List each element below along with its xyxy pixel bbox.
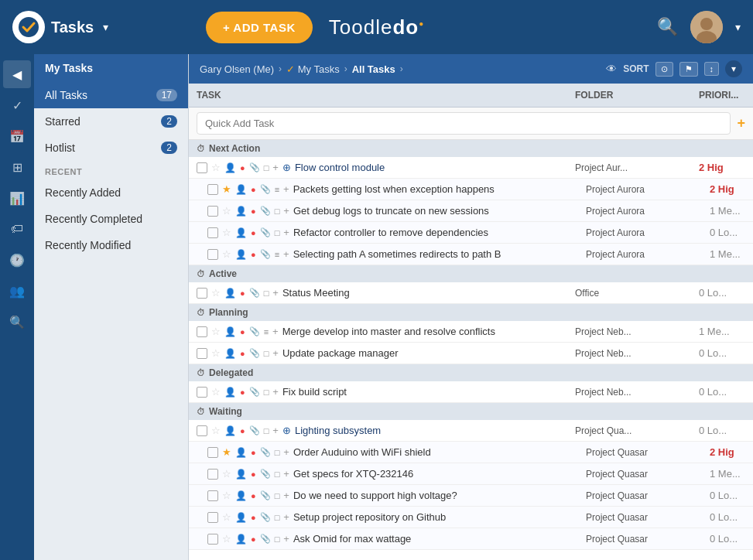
task-name[interactable]: Packets getting lost when exception happ… <box>293 183 495 195</box>
plus-expand-icon[interactable]: + <box>283 205 289 217</box>
task-name[interactable]: Setup project repository on Github <box>293 511 446 523</box>
avatar[interactable] <box>690 11 723 43</box>
plus-expand-icon[interactable]: + <box>272 162 279 173</box>
plus-expand-icon[interactable]: + <box>272 326 279 337</box>
breadcrumb-user[interactable]: Gary Olsen (Me) <box>200 63 274 75</box>
sidebar-icon-tag[interactable]: 🏷 <box>3 215 31 243</box>
sidebar-icon-clock[interactable]: 🕐 <box>3 246 31 274</box>
task-checkbox[interactable] <box>197 387 207 398</box>
add-task-button[interactable]: + ADD TASK <box>206 12 313 43</box>
nav-item-hotlist[interactable]: Hotlist 2 <box>34 135 188 161</box>
task-name[interactable]: Flow control module <box>295 162 385 173</box>
breadcrumb-my-tasks[interactable]: ✓ My Tasks <box>286 63 340 75</box>
star-icon[interactable]: ☆ <box>211 287 221 299</box>
task-checkbox[interactable] <box>207 447 218 458</box>
task-name[interactable]: Fix build script <box>282 386 347 398</box>
task-name[interactable]: Do we need to support high voltage? <box>293 490 457 501</box>
nav-item-recently-modified[interactable]: Recently Modified <box>34 232 188 258</box>
plus-expand-icon[interactable]: + <box>272 287 279 299</box>
plus-expand-icon[interactable]: + <box>283 183 289 195</box>
task-checkbox[interactable] <box>207 206 218 217</box>
sort-btn-2[interactable]: ⚑ <box>679 62 698 77</box>
star-icon[interactable]: ☆ <box>222 205 231 217</box>
sidebar-icon-collapse[interactable]: ◀ <box>3 60 31 88</box>
task-checkbox[interactable] <box>207 227 218 238</box>
table-row: ☆ 👤 ● 📎 □ + ⊕ Lighting subsystem Project… <box>189 420 753 442</box>
nav-item-recently-added[interactable]: Recently Added <box>34 179 188 206</box>
task-name[interactable]: Lighting subsystem <box>295 425 381 436</box>
paperclip-icon: 📎 <box>249 162 260 172</box>
sidebar-icon-search[interactable]: 🔍 <box>3 308 31 336</box>
quick-add-input[interactable] <box>197 112 731 135</box>
plus-expand-icon[interactable]: + <box>283 490 289 501</box>
sidebar-icon-chart[interactable]: 📊 <box>3 184 31 212</box>
star-icon[interactable]: ☆ <box>222 248 231 260</box>
task-cell-name: ☆ 👤 ● 📎 ≡ + Selecting path A sometimes r… <box>189 244 567 265</box>
task-checkbox[interactable] <box>197 326 207 337</box>
task-checkbox[interactable] <box>207 490 218 501</box>
star-icon[interactable]: ☆ <box>211 347 221 359</box>
star-icon[interactable]: ☆ <box>222 227 231 238</box>
breadcrumb-all-tasks[interactable]: All Tasks <box>352 63 395 75</box>
star-icon[interactable]: ★ <box>222 183 231 195</box>
star-icon[interactable]: ☆ <box>211 162 221 173</box>
nav-item-all-tasks[interactable]: All Tasks 17 <box>34 82 188 108</box>
task-name[interactable]: Merge develop into master and resolve co… <box>282 326 495 337</box>
plus-expand-icon[interactable]: + <box>272 386 279 398</box>
task-name[interactable]: Status Meeting <box>282 287 350 299</box>
header-user-chevron[interactable]: ▾ <box>735 21 741 33</box>
task-checkbox[interactable] <box>207 184 218 195</box>
task-checkbox[interactable] <box>197 348 207 359</box>
nav-item-starred[interactable]: Starred 2 <box>34 108 188 135</box>
task-name[interactable]: Ask Omid for max wattage <box>293 533 411 545</box>
task-name[interactable]: Update package manager <box>282 347 399 359</box>
task-name[interactable]: Order Auduino with WiFi shield <box>293 446 431 458</box>
task-name[interactable]: Get specs for XTQ-232146 <box>293 468 413 480</box>
sidebar-icon-people[interactable]: 👥 <box>3 277 31 305</box>
sort-btn-3[interactable]: ↕ <box>704 62 720 76</box>
star-icon[interactable]: ☆ <box>222 468 231 480</box>
sidebar-icon-tasks[interactable]: ✓ <box>3 91 31 119</box>
sidebar-icon-grid[interactable]: ⊞ <box>3 153 31 181</box>
task-checkbox[interactable] <box>197 162 207 173</box>
star-icon[interactable]: ☆ <box>222 511 231 523</box>
task-cell-folder: Project Qua... <box>567 420 691 441</box>
star-icon[interactable]: ☆ <box>211 386 221 398</box>
header-right: 🔍 ▾ <box>657 11 741 43</box>
star-icon[interactable]: ☆ <box>222 490 231 501</box>
plus-expand-icon[interactable]: + <box>283 446 289 458</box>
logo-area: Tasks ▾ <box>12 11 190 43</box>
star-icon[interactable]: ★ <box>222 446 231 458</box>
plus-expand-icon[interactable]: + <box>272 347 279 359</box>
task-cell-folder: Project Aurora <box>567 200 691 221</box>
sort-btn-1[interactable]: ⊙ <box>655 62 673 77</box>
star-icon[interactable]: ☆ <box>211 326 221 337</box>
plus-expand-icon[interactable]: + <box>283 227 289 238</box>
person-icon: 👤 <box>224 326 236 337</box>
plus-expand-icon[interactable]: + <box>283 511 289 523</box>
header-search-icon[interactable]: 🔍 <box>657 17 678 37</box>
task-checkbox[interactable] <box>197 425 207 436</box>
task-name[interactable]: Get debug logs to truncate on new sessio… <box>293 205 489 217</box>
task-checkbox[interactable] <box>207 249 218 260</box>
task-name[interactable]: Selecting path A sometimes redirects to … <box>293 248 501 260</box>
task-name[interactable]: Refactor controller to remove dependenci… <box>293 227 488 238</box>
task-checkbox[interactable] <box>207 469 218 480</box>
task-checkbox[interactable] <box>207 534 218 545</box>
star-icon[interactable]: ☆ <box>211 425 221 436</box>
nav-item-recently-completed[interactable]: Recently Completed <box>34 206 188 232</box>
plus-expand-icon[interactable]: + <box>283 533 289 545</box>
plus-expand-icon[interactable]: + <box>283 248 289 260</box>
task-checkbox[interactable] <box>207 512 218 523</box>
person-icon: 👤 <box>235 490 247 501</box>
quick-add-plus-icon[interactable]: + <box>737 115 745 131</box>
visibility-icon[interactable]: 👁 <box>606 63 617 75</box>
plus-expand-icon[interactable]: + <box>283 468 289 480</box>
section-delegated-icon: ⏱ <box>197 368 205 377</box>
sidebar-icon-calendar[interactable]: 📅 <box>3 122 31 150</box>
star-icon[interactable]: ☆ <box>222 533 231 545</box>
task-checkbox[interactable] <box>197 288 207 299</box>
plus-expand-icon[interactable]: + <box>272 425 279 436</box>
tasks-dropdown-chevron[interactable]: ▾ <box>103 21 108 33</box>
breadcrumb-expand-btn[interactable]: ▾ <box>725 60 742 77</box>
